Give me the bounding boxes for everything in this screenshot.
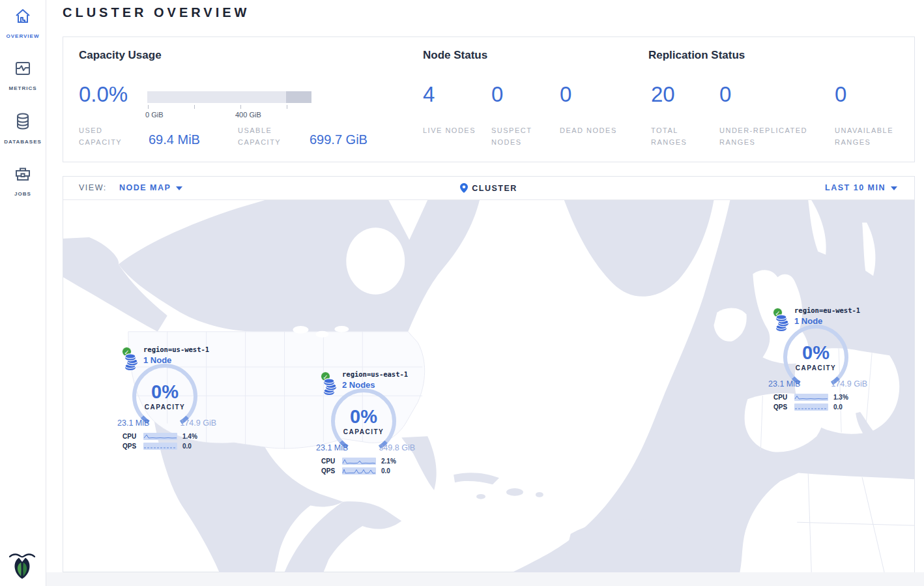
- replication-status-title: Replication Status: [648, 49, 745, 62]
- capacity-bar-tick: [194, 105, 195, 109]
- sidebar-item-metrics[interactable]: METRICS: [0, 60, 46, 93]
- node-used-capacity: 23.1 MiB: [316, 443, 348, 452]
- gauge-percent: 0%: [328, 406, 399, 428]
- node-marker-eu-west-1[interactable]: ✓ region=eu-west-1 1 Node 0%: [767, 301, 869, 417]
- gauge-capacity-label: CAPACITY: [328, 428, 399, 435]
- qps-value: 0.0: [182, 443, 192, 450]
- qps-sparkline: [342, 467, 376, 475]
- page-bottom-band: [46, 572, 924, 586]
- node-map[interactable]: ✓ region=us-west-1 1 Node 0%: [63, 200, 914, 572]
- capacity-tick-label: 0 GiB: [145, 111, 164, 119]
- cpu-row: CPU 2.1%: [321, 457, 416, 465]
- node-total-capacity: 174.9 GiB: [180, 418, 216, 428]
- time-range-value: LAST 10 MIN: [825, 183, 886, 192]
- cluster-overview-page: OVERVIEW METRICS DATABASES: [0, 0, 924, 586]
- gauge-capacity-label: CAPACITY: [129, 403, 201, 411]
- gauge-capacity-label: CAPACITY: [780, 364, 852, 372]
- sidebar-item-label: METRICS: [9, 85, 37, 91]
- dead-nodes-label: DEAD NODES: [560, 125, 618, 136]
- cpu-label: CPU: [321, 458, 342, 465]
- map-toolbar: VIEW: NODE MAP CLUSTER LAST 10 MIN: [63, 177, 914, 200]
- map-pin-icon: [460, 183, 468, 193]
- under-replicated-ranges-value: 0: [719, 82, 731, 107]
- used-capacity-value: 69.4 MiB: [149, 132, 200, 147]
- sidebar: OVERVIEW METRICS DATABASES: [0, 0, 46, 586]
- gauge-percent: 0%: [780, 342, 852, 364]
- time-range-selector[interactable]: LAST 10 MIN: [825, 183, 897, 192]
- node-region-label: region=us-east-1: [342, 370, 408, 378]
- qps-label: QPS: [773, 403, 794, 411]
- node-total-capacity: 174.9 GiB: [831, 379, 867, 388]
- usable-capacity-label: USABLE CAPACITY: [238, 125, 298, 148]
- qps-value: 0.0: [381, 467, 390, 475]
- capacity-bar-tick: [240, 105, 241, 109]
- sidebar-item-label: OVERVIEW: [7, 33, 40, 39]
- cpu-label: CPU: [123, 433, 143, 440]
- node-region-label: region=eu-west-1: [794, 306, 860, 314]
- node-marker-us-west-1[interactable]: ✓ region=us-west-1 1 Node 0%: [116, 340, 218, 456]
- qps-row: QPS 0.0: [773, 403, 869, 411]
- cpu-row: CPU 1.3%: [773, 393, 869, 402]
- chevron-down-icon: [891, 186, 897, 190]
- cpu-sparkline: [342, 458, 376, 465]
- sidebar-item-jobs[interactable]: JOBS: [0, 166, 46, 198]
- cpu-value: 2.1%: [381, 458, 396, 465]
- usable-capacity-value: 699.7 GiB: [310, 132, 368, 147]
- cpu-value: 1.3%: [833, 394, 848, 401]
- dead-nodes-value: 0: [560, 82, 571, 107]
- capacity-bar-tick: [287, 105, 287, 109]
- node-map-card: VIEW: NODE MAP CLUSTER LAST 10 MIN: [63, 176, 915, 572]
- qps-label: QPS: [123, 443, 143, 450]
- node-used-capacity: 23.1 MiB: [117, 418, 149, 428]
- node-region-label: region=us-west-1: [143, 345, 209, 353]
- sidebar-item-label: DATABASES: [4, 139, 42, 145]
- live-nodes-value: 4: [423, 82, 435, 107]
- cluster-summary-card: Capacity Usage 0.0% 0 GiB 400 GiB USED C…: [63, 37, 915, 162]
- suspect-nodes-value: 0: [491, 82, 503, 107]
- metrics-icon: [14, 60, 31, 77]
- capacity-used-percent: 0.0%: [79, 82, 128, 107]
- breadcrumb-cluster: CLUSTER: [63, 183, 914, 193]
- page-title: CLUSTER OVERVIEW: [63, 5, 250, 20]
- qps-label: QPS: [321, 467, 342, 475]
- cpu-row: CPU 1.4%: [123, 432, 218, 441]
- cockroachdb-logo: [9, 549, 35, 579]
- unavailable-ranges-label: UNAVAILABLE RANGES: [835, 125, 919, 148]
- capacity-usage-title: Capacity Usage: [79, 49, 162, 62]
- qps-sparkline: [143, 443, 177, 450]
- suspect-nodes-label: SUSPECT NODES: [491, 125, 550, 148]
- node-status-title: Node Status: [423, 49, 487, 62]
- live-nodes-label: LIVE NODES: [423, 125, 482, 136]
- cpu-label: CPU: [773, 394, 794, 401]
- breadcrumb-cluster-label: CLUSTER: [472, 184, 517, 193]
- briefcase-icon: [14, 166, 31, 183]
- qps-row: QPS 0.0: [123, 442, 218, 450]
- sidebar-item-databases[interactable]: DATABASES: [0, 112, 46, 146]
- node-total-capacity: 349.8 GiB: [379, 443, 415, 452]
- capacity-bar-reserved-segment: [286, 91, 311, 103]
- capacity-bar: [147, 91, 311, 103]
- cpu-sparkline: [794, 394, 828, 401]
- node-marker-us-east-1[interactable]: ✓ region=us-east-1 2 Nodes 0%: [315, 365, 416, 481]
- sidebar-item-overview[interactable]: OVERVIEW: [0, 8, 46, 40]
- under-replicated-ranges-label: UNDER-REPLICATED RANGES: [719, 125, 830, 148]
- cpu-value: 1.4%: [182, 433, 197, 440]
- capacity-tick-label: 400 GiB: [235, 111, 261, 119]
- database-icon: [14, 112, 31, 130]
- unavailable-ranges-value: 0: [835, 82, 846, 107]
- used-capacity-label: USED CAPACITY: [79, 125, 139, 148]
- main-content: CLUSTER OVERVIEW Capacity Usage 0.0% 0 G…: [46, 0, 924, 586]
- qps-sparkline: [794, 403, 828, 411]
- home-icon: [14, 8, 31, 25]
- node-used-capacity: 23.1 MiB: [768, 379, 800, 388]
- total-ranges-value: 20: [651, 82, 675, 107]
- sidebar-item-label: JOBS: [14, 191, 31, 197]
- cpu-sparkline: [143, 433, 177, 440]
- gauge-percent: 0%: [129, 381, 201, 403]
- total-ranges-label: TOTAL RANGES: [651, 125, 710, 148]
- qps-value: 0.0: [833, 403, 843, 411]
- qps-row: QPS 0.0: [321, 467, 416, 475]
- capacity-bar-tick: [148, 105, 149, 109]
